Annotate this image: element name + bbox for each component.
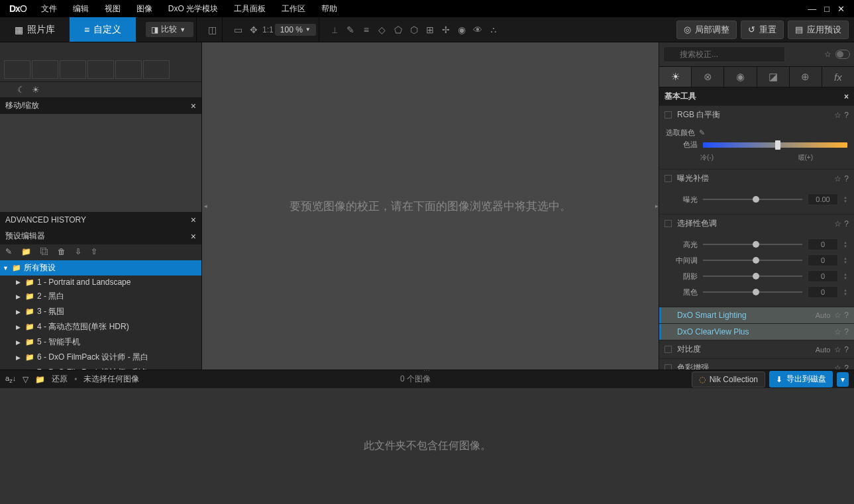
tree-item[interactable]: ▶📁2 - 黑白: [0, 289, 201, 304]
moon-icon[interactable]: ☾: [17, 85, 25, 95]
cat-color[interactable]: ⊗: [692, 67, 724, 87]
highlights-value[interactable]: 0: [808, 238, 838, 250]
strip-cell[interactable]: [143, 60, 170, 79]
close-icon[interactable]: ×: [844, 92, 849, 101]
help-icon[interactable]: ?: [844, 327, 849, 336]
help-icon[interactable]: ?: [844, 219, 849, 228]
import-icon[interactable]: ⇩: [75, 247, 81, 256]
horizon-icon[interactable]: ≡: [359, 23, 374, 37]
star-icon[interactable]: ☆: [834, 345, 841, 354]
star-icon[interactable]: ☆: [834, 327, 841, 336]
reset-button[interactable]: ↺ 重置: [741, 21, 784, 39]
duplicate-icon[interactable]: ⿻: [40, 247, 48, 256]
smart-lighting-section[interactable]: DxO Smart Lighting Auto ☆ ?: [659, 307, 854, 323]
menu-optics[interactable]: DxO 光学模块: [160, 1, 226, 17]
window-maximize-icon[interactable]: □: [824, 4, 829, 14]
mask-icon[interactable]: ⬡: [407, 23, 421, 37]
menu-workspace[interactable]: 工作区: [274, 1, 313, 17]
sun-icon[interactable]: ☀: [32, 85, 40, 95]
sort-label[interactable]: 还原: [52, 374, 68, 385]
tree-item[interactable]: ▶📁7 - DxO FilmPack 设计师 - 彩色: [0, 365, 201, 370]
tree-item[interactable]: ▶📁5 - 智能手机: [0, 334, 201, 350]
tab-custom[interactable]: ≡ 自定义: [70, 17, 136, 42]
search-input[interactable]: [663, 46, 785, 62]
tab-library[interactable]: ▦ 照片库: [0, 17, 70, 42]
crop-icon[interactable]: ⟂: [327, 23, 342, 37]
clearview-section[interactable]: DxO ClearView Plus ☆ ?: [659, 323, 854, 340]
one-to-one-button[interactable]: 1:1: [262, 23, 274, 37]
help-icon[interactable]: ?: [844, 364, 849, 370]
favorite-filter-icon[interactable]: ☆: [824, 50, 831, 59]
exposure-comp-section[interactable]: 曝光补偿 ☆ ?: [659, 169, 854, 187]
checkbox[interactable]: [665, 328, 672, 336]
strip-cell[interactable]: [4, 60, 30, 79]
menu-view[interactable]: 视图: [97, 1, 129, 17]
blacks-slider[interactable]: [703, 287, 802, 297]
strip-cell[interactable]: [32, 60, 58, 79]
split-view-icon[interactable]: ◫: [205, 23, 219, 37]
stepper-icon[interactable]: ▲▼: [843, 240, 847, 248]
cat-detail[interactable]: ◉: [724, 67, 757, 87]
zoom-dropdown[interactable]: 100 % ▼: [275, 24, 316, 36]
close-icon[interactable]: ×: [191, 215, 196, 225]
checkbox[interactable]: [665, 220, 672, 227]
star-icon[interactable]: ☆: [834, 364, 841, 370]
window-close-icon[interactable]: ✕: [837, 4, 845, 14]
help-icon[interactable]: ?: [844, 174, 849, 183]
checkbox[interactable]: [665, 346, 672, 353]
help-icon[interactable]: ?: [844, 311, 849, 320]
exposure-value[interactable]: 0.00: [808, 193, 838, 205]
preview-icon[interactable]: 👁: [470, 23, 485, 37]
tree-item[interactable]: ▶📁1 - Portrait and Landscape: [0, 276, 201, 289]
checkbox[interactable]: [665, 175, 672, 182]
menu-help[interactable]: 帮助: [313, 1, 345, 17]
checkbox[interactable]: [665, 312, 672, 319]
strip-cell[interactable]: [87, 60, 114, 79]
midtones-slider[interactable]: [703, 256, 802, 265]
export-icon[interactable]: ⇧: [91, 247, 97, 256]
close-icon[interactable]: ×: [191, 101, 196, 111]
checkbox[interactable]: [665, 364, 672, 370]
shadows-slider[interactable]: [703, 272, 802, 281]
color-enhance-section[interactable]: 色彩增强 ☆ ?: [659, 358, 854, 370]
star-icon[interactable]: ☆: [834, 111, 841, 120]
histogram-icon[interactable]: ⛬: [486, 23, 501, 37]
menu-tool-panel[interactable]: 工具面板: [226, 1, 274, 17]
tree-root[interactable]: ▼ 📁 所有预设: [0, 260, 201, 276]
tree-item[interactable]: ▶📁6 - DxO FilmPack 设计师 - 黑白: [0, 350, 201, 365]
filter-icon[interactable]: ▽: [23, 375, 28, 384]
cat-local[interactable]: ⊕: [790, 67, 822, 87]
strip-cell[interactable]: [60, 60, 86, 79]
menu-image[interactable]: 图像: [129, 1, 160, 17]
preset-editor-header[interactable]: 预设编辑器 ×: [0, 228, 201, 244]
stepper-icon[interactable]: ▲▼: [843, 195, 847, 203]
pan-zoom-header[interactable]: 移动/缩放 ×: [0, 97, 201, 114]
nik-collection-button[interactable]: ◌ Nik Collection: [692, 372, 765, 387]
blacks-value[interactable]: 0: [808, 286, 838, 298]
eyedropper-icon[interactable]: ✎: [343, 23, 358, 37]
repair-icon[interactable]: ✢: [439, 23, 453, 37]
compare-button[interactable]: ◨ 比较 ▼: [146, 22, 193, 37]
eyedropper-icon[interactable]: ✎: [699, 128, 705, 137]
collapse-left-handle[interactable]: ◂: [202, 193, 209, 219]
checkbox[interactable]: [665, 111, 672, 119]
help-icon[interactable]: ?: [844, 111, 849, 120]
active-only-toggle[interactable]: [835, 50, 850, 59]
star-icon[interactable]: ☆: [834, 311, 841, 320]
apply-preset-button[interactable]: ▤ 应用预设: [788, 21, 849, 39]
stepper-icon[interactable]: ▲▼: [843, 288, 847, 296]
local-adjust-button[interactable]: ◎ 局部调整: [676, 21, 737, 39]
menu-edit[interactable]: 编辑: [65, 1, 97, 17]
cat-geometry[interactable]: ◪: [757, 67, 790, 87]
star-icon[interactable]: ☆: [834, 174, 841, 183]
tree-item[interactable]: ▶📁4 - 高动态范围(单张 HDR): [0, 319, 201, 334]
temp-slider[interactable]: [703, 142, 847, 148]
basic-tools-header[interactable]: 基本工具 ×: [659, 87, 854, 105]
export-dropdown[interactable]: ▾: [837, 372, 849, 387]
strip-cell[interactable]: [115, 60, 142, 79]
exposure-slider[interactable]: [703, 195, 802, 204]
fit-icon[interactable]: ▭: [231, 23, 245, 37]
close-icon[interactable]: ×: [191, 231, 196, 242]
midtones-value[interactable]: 0: [808, 254, 838, 266]
stepper-icon[interactable]: ▲▼: [843, 272, 847, 280]
